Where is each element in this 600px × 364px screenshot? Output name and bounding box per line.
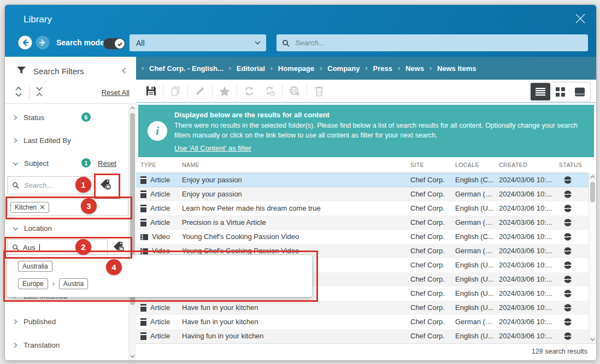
locale-cell: German (G... [455,244,496,258]
column-header-type[interactable]: TYPE [140,162,156,168]
save-search-icon[interactable] [140,82,161,100]
status-published-icon [564,261,572,269]
edit-icon[interactable] [190,82,210,100]
filter-section-location[interactable]: Location [13,224,52,232]
search-mode-toggle[interactable] [103,38,125,49]
filter-icon [16,65,27,78]
filter-section-published[interactable]: Published [13,318,56,326]
divider [307,84,307,98]
copy-icon[interactable] [165,82,186,100]
publish-icon[interactable] [239,82,260,100]
subject-reset-link[interactable]: Reset [98,159,116,168]
bookmark-star-icon[interactable] [214,82,235,100]
delete-trash-icon[interactable] [309,82,330,100]
filter-label: Subject [24,159,49,168]
status-cell [561,315,574,329]
breadcrumb-separator-icon: › [430,64,432,72]
breadcrumb-item[interactable]: News Items [437,64,477,73]
table-row[interactable]: Article Learn how Peter made his dream c… [136,201,589,216]
type-cell: Article [140,187,181,201]
filter-section-last-edited-by[interactable]: Last Edited By [13,136,71,145]
breadcrumb-item[interactable]: News [405,64,424,73]
forward-button[interactable] [36,35,50,50]
breadcrumb-item[interactable]: Chef Corp. - English... [149,64,223,73]
subject-taxonomy-tag-icon[interactable] [97,178,114,191]
column-header-locale[interactable]: LOCALE [455,162,479,168]
collapse-all-filters-icon[interactable] [33,85,45,100]
scrollbar-thumb[interactable] [590,182,595,202]
scope-select[interactable]: All [130,34,266,51]
table-row[interactable]: Article Having fun in your kitchen Chef … [136,329,589,343]
search-icon [12,182,19,189]
use-all-content-link[interactable]: Use 'All Content' as filter [174,144,251,152]
column-header-site[interactable]: SITE [410,162,424,168]
status-published-icon [564,247,572,255]
withdraw-globe-icon[interactable] [284,82,305,100]
column-header-created[interactable]: CREATED [499,162,527,168]
created-cell: 2024/03/06 10:... [499,173,557,187]
sidebar-scrollbar[interactable] [128,104,136,360]
video-icon [140,248,148,254]
remove-tag-icon[interactable] [40,205,45,210]
list-view-icon[interactable] [531,83,550,100]
breadcrumb-item[interactable]: Company [327,64,360,73]
scroll-down-icon[interactable] [129,353,136,360]
type-cell-label: Article [150,173,170,187]
tag-chip-label: Kitchen [15,204,37,211]
breadcrumb-item[interactable]: Editorial [237,64,265,73]
site-cell: Chef Corp. [410,287,452,301]
status-cell [561,244,574,258]
table-row[interactable]: Article Enjoy your passion Chef Corp. Ge… [136,187,589,201]
publish-with-delay-icon[interactable] [260,82,280,100]
suggestion-item[interactable]: Australia [18,261,52,272]
locale-cell: English (U... [455,287,496,301]
location-filter-input[interactable]: Aus [7,239,108,255]
location-taxonomy-tag-icon[interactable] [110,240,127,253]
locale-cell: German (G... [455,187,496,201]
scope-select-value: All [136,39,255,47]
name-cell: Having fun in your kitchen [182,329,406,343]
suggestion-chip[interactable]: Australia [18,261,52,272]
breadcrumb-item[interactable]: Press [373,64,392,73]
suggestion-chip[interactable]: Austria [59,278,88,289]
column-header-name[interactable]: NAME [182,162,199,168]
breadcrumb-item[interactable]: Homepage [278,64,314,73]
reset-all-link[interactable]: Reset All [102,88,130,97]
search-input[interactable] [294,38,583,47]
chevron-right-icon [13,138,18,144]
scroll-down-icon[interactable] [589,336,596,343]
site-cell: Chef Corp. [410,301,452,315]
column-header-status[interactable]: STATUS [559,162,582,168]
table-row[interactable]: Article Precision is a Virtue Article Ch… [136,216,589,230]
site-cell: Chef Corp. [410,187,452,201]
filter-section-subject[interactable]: Subject [13,159,49,168]
close-icon[interactable] [573,12,587,26]
suggestion-chip[interactable]: Europe [18,278,48,289]
subject-tag-chip[interactable]: Kitchen [10,202,49,213]
table-row[interactable]: Article Enjoy your passion Chef Corp. En… [136,173,589,187]
results-scrollbar[interactable] [589,173,596,343]
collapse-panel-icon[interactable] [120,67,128,76]
scroll-up-icon[interactable] [129,104,136,112]
table-row[interactable]: Video Young Chef's Cooking Passion Video… [136,230,589,244]
banner-body: There were no results in the selected fo… [174,121,587,140]
table-row[interactable]: Article Have fun in your kitchen Chef Co… [136,315,589,329]
filter-label: Location [24,224,52,232]
filter-label: Published [23,318,56,326]
expand-all-filters-icon[interactable] [13,85,25,100]
status-cell [561,201,574,216]
name-cell: Precision is a Virtue Article [182,216,406,230]
filter-section-translation[interactable]: Translation [13,341,60,349]
status-cell [561,230,574,244]
locale-cell: English (C... [455,230,496,244]
scroll-up-icon[interactable] [589,173,596,181]
card-view-icon[interactable] [570,83,590,100]
status-published-icon [564,219,572,226]
back-button[interactable] [18,35,32,50]
thumbnail-view-icon[interactable] [550,83,570,100]
filter-section-status[interactable]: Status [13,114,44,122]
table-row[interactable]: Article Have fun in your kitchen Chef Co… [136,301,589,315]
suggestion-item[interactable]: Europe › Austria [18,278,88,289]
window-header: Library Search mode All [5,5,596,57]
subject-search-input[interactable] [23,181,90,190]
